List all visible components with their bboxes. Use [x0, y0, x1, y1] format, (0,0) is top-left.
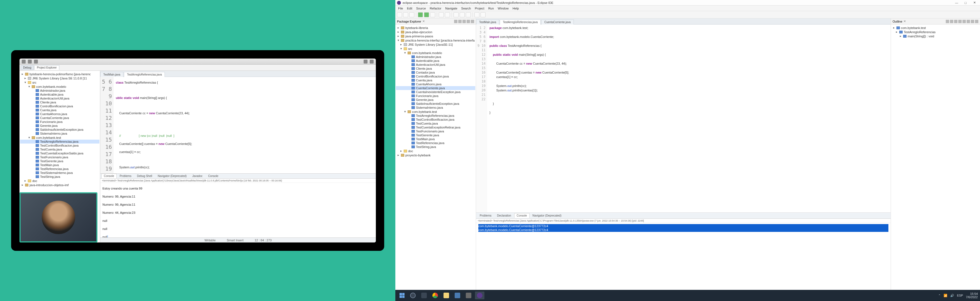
tree-item[interactable]: ▸proyecto-bytebank [396, 153, 475, 157]
editor-tab-active[interactable]: TestArregloReferencias.java [500, 19, 541, 24]
minimize-button[interactable]: — [953, 0, 961, 5]
tree-item[interactable]: Autenticable.java [20, 93, 99, 96]
close-button[interactable]: ✕ [970, 0, 978, 5]
tree-item[interactable]: TestMain.java [20, 163, 99, 167]
bottom-tab[interactable]: Javadoc [189, 174, 205, 178]
new-class-icon[interactable] [445, 12, 450, 17]
new-package-icon[interactable] [439, 12, 444, 17]
tree-item[interactable]: TestCuenta.java [20, 147, 99, 151]
tree-item[interactable]: TestMain.java [396, 137, 475, 141]
tree-item[interactable]: TestControlBonificacion.java [20, 144, 99, 147]
tree-item[interactable]: Cuenta.java [396, 78, 475, 82]
tree-item[interactable]: SistemaInterno.java [20, 131, 99, 136]
tree-item[interactable]: ControlBonificacion.java [396, 74, 475, 78]
app-icon[interactable] [464, 291, 473, 299]
tree-item[interactable]: CuentaCorriente.java [396, 86, 475, 90]
code-text[interactable]: package com.bytebank.test; import com.by… [487, 24, 891, 212]
tray-language[interactable]: ESP [957, 294, 963, 297]
tree-item[interactable]: ▾com.bytebank.modelo [20, 85, 99, 89]
view-menu-icon[interactable] [463, 20, 466, 23]
explorer-icon[interactable] [442, 291, 451, 299]
tree-item[interactable]: TestArregloReferencias.java [396, 114, 475, 118]
tree-item[interactable]: Funcionario.java [396, 94, 475, 98]
tree-item[interactable]: TestSistemaInterno.java [20, 171, 99, 175]
task-view-icon[interactable] [419, 291, 429, 299]
save-icon[interactable] [403, 12, 408, 17]
close-icon[interactable]: ✕ [904, 19, 906, 23]
editor-tab[interactable]: CuentaCorriente.java [541, 19, 574, 24]
tray-wifi-icon[interactable]: 📶 [943, 294, 947, 297]
tree-item[interactable]: CuentaAhorros.java [20, 112, 99, 116]
new-icon[interactable] [397, 12, 402, 17]
tree-item[interactable]: ▾com.bytebank.test [396, 109, 475, 114]
tree-item[interactable]: Cliente.java [20, 100, 99, 104]
menu-navigate[interactable]: Navigate [444, 6, 459, 11]
minimize-icon[interactable] [971, 20, 974, 23]
search-icon[interactable] [460, 12, 465, 17]
tree-item[interactable]: ▾com.bytebank.modelo [396, 51, 475, 55]
tray-sound-icon[interactable]: 🔊 [950, 294, 954, 297]
back-icon[interactable] [474, 12, 479, 17]
menu-run[interactable]: Run [487, 6, 496, 11]
tree-item[interactable]: Cliente.java [396, 67, 475, 70]
eclipse-taskbar-icon[interactable] [475, 291, 484, 299]
tree-item[interactable]: TestFuncionario.java [20, 155, 99, 159]
bottom-tab[interactable]: Console [206, 174, 221, 178]
hide-fields-icon[interactable] [950, 20, 953, 23]
tree-item[interactable]: ▾com.bytebank.test [20, 136, 99, 139]
outline-item[interactable]: ▸TestArregloReferencias [891, 30, 980, 34]
run-icon[interactable] [424, 12, 429, 17]
editor-tab[interactable]: TestMain.java [100, 72, 123, 77]
tree-item[interactable]: TestString.java [396, 145, 475, 149]
menu-file[interactable]: File [396, 6, 405, 11]
tree-item[interactable]: CuentaAhorro.java [396, 82, 475, 86]
tree-item[interactable]: Gerente.java [20, 124, 99, 128]
menu-help[interactable]: Help [511, 6, 520, 11]
toolbar-icon[interactable] [34, 60, 38, 64]
code-editor[interactable]: 1 2 3 4 5 6 7 8 9 10 11 12 13 14 15 16 1… [476, 24, 891, 212]
menu-source[interactable]: Source [415, 6, 428, 11]
forward-icon[interactable] [480, 12, 485, 17]
tree-item[interactable]: TestCuentaExceptionRetirar.java [396, 125, 475, 129]
tree-item[interactable]: ControlBonificacion.java [20, 104, 99, 108]
tree-item[interactable]: TestGerente.java [20, 159, 99, 163]
perspective-icon[interactable] [370, 60, 374, 64]
perspective-debug[interactable]: Debug [21, 65, 34, 70]
tray-clock[interactable]: 15:54 7/6/2022 [966, 292, 978, 299]
editor-tab[interactable]: TestMain.java [476, 19, 499, 24]
tree-item[interactable]: TestReferencias.java [20, 167, 99, 171]
bottom-tab[interactable]: Console [101, 174, 117, 178]
tree-item[interactable]: TestReferencias.java [396, 141, 475, 145]
tray-chevron-icon[interactable]: ⌃ [938, 294, 941, 297]
menu-refactor[interactable]: Refactor [428, 6, 443, 11]
menu-window[interactable]: Window [496, 6, 510, 11]
tree-item[interactable]: TestGerente.java [396, 133, 475, 137]
tree-item[interactable]: ▸JRE System Library [Java SE 11.0.8 [11 [20, 76, 99, 80]
collapse-all-icon[interactable] [454, 20, 457, 23]
tree-item[interactable]: ▸doc [20, 179, 99, 183]
tree-item[interactable]: ▾src [396, 46, 475, 51]
code-text[interactable]: class TestArregloReferencias { ublic sta… [114, 77, 376, 173]
bottom-tab[interactable]: Declaration [495, 213, 514, 218]
tree-item[interactable]: Cuenta.java [20, 108, 99, 112]
tree-item[interactable]: ▸bytebank-herencia-polimorfismo [java-he… [20, 72, 99, 76]
menu-search[interactable]: Search [460, 6, 473, 11]
tree-item[interactable]: ▸java-pilas-ejecucion [396, 30, 475, 34]
tree-item[interactable]: ▸java-introduccion-objetos-imf [20, 183, 99, 187]
menu-project[interactable]: Project [473, 6, 486, 11]
search-icon[interactable] [364, 60, 368, 64]
bottom-tab[interactable]: Debug Shell [134, 174, 154, 178]
tree-item[interactable]: TestString.java [20, 175, 99, 179]
toolbar-icon[interactable] [28, 60, 32, 64]
debug-icon[interactable] [418, 12, 423, 17]
tree-item[interactable]: Administrador.java [396, 55, 475, 59]
tree-item[interactable]: TestControlBonificacion.java [396, 118, 475, 122]
tree-item[interactable]: Autenticable.java [396, 59, 475, 63]
tree-item[interactable]: Gerente.java [396, 98, 475, 102]
toggle-mark-icon[interactable] [466, 12, 471, 17]
tree-item[interactable]: AutenticacionUtil.java [396, 63, 475, 67]
tree-item[interactable]: CuentaCorriente.java [20, 116, 99, 120]
tree-item[interactable]: TestCuentaExceptionSaldo.java [20, 151, 99, 155]
code-editor[interactable]: 5 6 7 8 9 10 11 12 13 14 15 16 17 18 19 … [100, 77, 376, 173]
menu-edit[interactable]: Edit [406, 6, 414, 11]
